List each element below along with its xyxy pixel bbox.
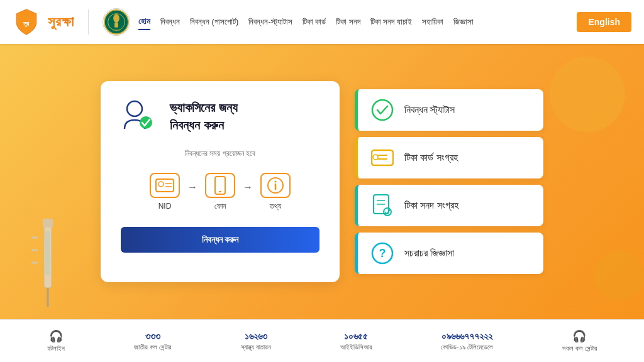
- step-info: তথ্য: [260, 173, 291, 211]
- surakkha-logo-icon: সুর: [13, 8, 40, 36]
- deco-circle-1: [550, 57, 625, 132]
- info-icon-box: [260, 173, 291, 198]
- footer-covid-tele[interactable]: ০৯৬৬৬৭৭৭২২২ কোভিড-১৯ টেলিমেডেলে: [441, 331, 493, 351]
- info-circle-icon: [267, 177, 284, 194]
- svg-rect-8: [43, 219, 53, 228]
- footer-bar: 🎧 হটলাইন ৩৩৩ জাতীয় কল সেন্টার ১৬২৬৩ স্ব…: [0, 319, 644, 362]
- arrow-2-icon: →: [243, 182, 253, 193]
- svg-point-23: [275, 181, 277, 183]
- all-call-label: সকল কল সেন্টার: [562, 344, 597, 353]
- deco-circle-2: [594, 250, 644, 300]
- logo-divider: [88, 9, 89, 35]
- svg-rect-25: [372, 150, 393, 165]
- registration-steps: NID → ফোন →: [121, 173, 319, 211]
- vaccine-card-collect[interactable]: টিকা কার্ড সংগ্রহ: [355, 137, 543, 178]
- iedcr-number: ১০৬৫৫: [344, 331, 368, 342]
- card-header: ভ্যাকসিনের জন্য নিবন্ধন করুন: [121, 99, 319, 134]
- national-call-label: জাতীয় কল সেন্টার: [134, 343, 171, 351]
- nav-home[interactable]: হোম: [138, 14, 150, 30]
- footer-iedcr[interactable]: ১০৬৫৫ আইইডিসিআর: [340, 331, 372, 351]
- covid-tele-label: কোভিড-১৯ টেলিমেডেলে: [441, 343, 493, 351]
- svg-text:বাংলাদেশ: বাংলাদেশ: [113, 30, 121, 32]
- register-now-button[interactable]: নিবন্ধন করুন: [121, 227, 319, 253]
- registration-card: ভ্যাকসিনের জন্য নিবন্ধন করুন নিবন্ধনের স…: [101, 81, 340, 282]
- step-phone: ফোন: [205, 173, 235, 211]
- headset-icon-left: 🎧: [49, 329, 63, 343]
- national-call-number: ৩৩৩: [145, 331, 160, 342]
- covid-tele-number: ০৯৬৬৬৭৭৭২২২: [441, 331, 492, 342]
- footer-health-line[interactable]: ১৬২৬৩ স্বাস্থ্য বাতায়ন: [241, 331, 271, 351]
- govt-logo-icon: বাংলাদেশ: [103, 8, 130, 36]
- svg-rect-7: [45, 231, 50, 275]
- quick-access-cards: নিবন্ধন স্ট্যাটাস টিকা কার্ড সংগ্রহ: [355, 89, 543, 274]
- nav-vaccine-card[interactable]: টিকা কার্ড: [303, 14, 326, 30]
- svg-point-16: [158, 182, 164, 187]
- vaccine-cert-collect[interactable]: টিকা সনদ সংগ্রহ: [355, 185, 543, 226]
- footer-all-call[interactable]: 🎧 সকল কল সেন্টার: [562, 329, 597, 353]
- logo-area: সুর সুরক্ষা বাংলাদেশ: [13, 8, 138, 36]
- certificate-icon: [370, 194, 394, 217]
- english-button[interactable]: English: [577, 12, 631, 32]
- footer-hotline[interactable]: 🎧 হটলাইন: [47, 329, 65, 353]
- health-line-number: ১৬২৬৩: [245, 331, 267, 342]
- svg-point-3: [113, 14, 119, 23]
- cert-card-label: টিকা সনদ সংগ্রহ: [404, 200, 458, 211]
- register-title-line2: নিবন্ধন করুন: [170, 116, 238, 134]
- status-card-label: নিবন্ধন স্ট্যাটাস: [404, 104, 455, 116]
- vaccine-card-label: টিকা কার্ড সংগ্রহ: [404, 152, 458, 163]
- headset-icon-right: 🎧: [572, 329, 586, 343]
- faq-card[interactable]: ? সচরাচর জিজ্ঞাসা: [355, 233, 543, 274]
- nav-passport-reg[interactable]: নিবন্ধন (পাসপোর্ট): [190, 14, 238, 30]
- user-register-icon: [121, 99, 158, 134]
- faq-icon: ?: [370, 241, 394, 265]
- phone-icon: [213, 176, 227, 195]
- footer-national-call[interactable]: ৩৩৩ জাতীয় কল সেন্টার: [134, 331, 171, 351]
- svg-point-28: [373, 155, 378, 160]
- svg-rect-4: [114, 23, 118, 28]
- phone-label: ফোন: [214, 202, 226, 211]
- svg-point-13: [127, 101, 142, 116]
- hotline-label: হটলাইন: [47, 344, 65, 353]
- brand-name: সুরক্ষা: [48, 14, 74, 30]
- svg-text:সুর: সুর: [24, 20, 30, 28]
- nid-label: NID: [158, 202, 172, 211]
- nav-faq[interactable]: জিজ্ঞাসা: [453, 14, 474, 30]
- card-title-area: ভ্যাকসিনের জন্য নিবন্ধন করুন: [170, 99, 238, 134]
- steps-subtitle: নিবন্ধনের সময় প্রয়োজন হবে: [121, 149, 319, 158]
- nav-reg-status[interactable]: নিবন্ধন-স্ট্যাটাস: [248, 14, 292, 30]
- register-title-line1: ভ্যাকসিনের জন্য: [170, 99, 238, 116]
- arrow-1-icon: →: [187, 182, 197, 193]
- svg-point-24: [372, 100, 392, 120]
- iedcr-label: আইইডিসিআর: [340, 343, 372, 351]
- registration-status-card[interactable]: নিবন্ধন স্ট্যাটাস: [355, 89, 543, 131]
- info-label: তথ্য: [270, 202, 281, 211]
- nav-help[interactable]: সহায়িকা: [422, 14, 443, 30]
- check-status-icon: [370, 98, 394, 122]
- health-line-label: স্বাস্থ্য বাতায়ন: [241, 343, 271, 351]
- phone-icon-box: [205, 173, 235, 198]
- svg-text:?: ?: [379, 247, 386, 260]
- faq-card-label: সচরাচর জিজ্ঞাসা: [404, 248, 454, 259]
- main-nav: হোম নিবন্ধন নিবন্ধন (পাসপোর্ট) নিবন্ধন-স…: [138, 14, 570, 30]
- nid-card-icon: [155, 178, 174, 193]
- nav-vaccine-cert[interactable]: টিকা সনদ: [336, 14, 360, 30]
- step-nid: NID: [150, 173, 180, 211]
- nav-registration[interactable]: নিবন্ধন: [160, 14, 180, 30]
- main-content: ভ্যাকসিনের জন্য নিবন্ধন করুন নিবন্ধনের স…: [0, 44, 644, 319]
- header: সুর সুরক্ষা বাংলাদেশ হোম নিবন্ধন নিবন্ধন…: [0, 0, 644, 44]
- nav-cert-verify[interactable]: টিকা সনদ যাচাই: [370, 14, 412, 30]
- vaccine-card-icon: [370, 146, 394, 170]
- nid-icon-box: [150, 173, 180, 198]
